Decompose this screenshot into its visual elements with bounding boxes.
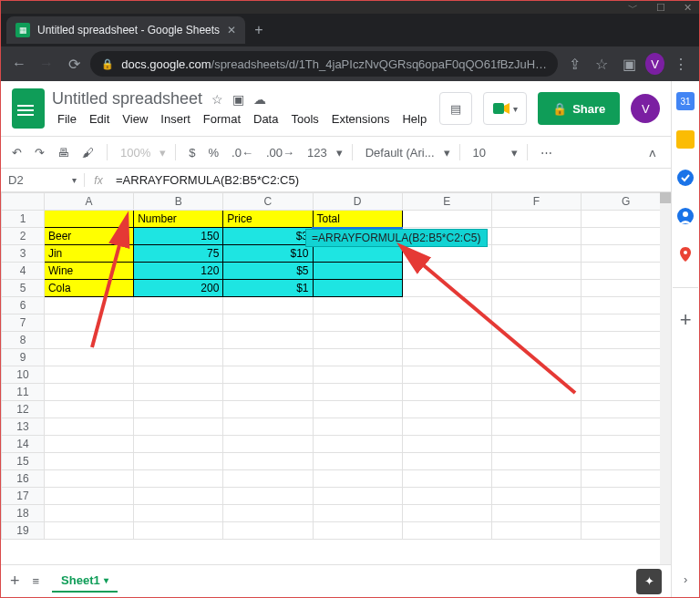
new-tab-button[interactable]: +	[254, 22, 262, 38]
share-button[interactable]: 🔒Share	[538, 92, 620, 125]
menu-format[interactable]: Format	[198, 110, 246, 128]
cell[interactable]	[582, 280, 671, 297]
calendar-icon[interactable]: 31	[676, 92, 695, 110]
cell-B3[interactable]: 75	[134, 245, 223, 263]
cell-C5[interactable]: $1	[223, 280, 313, 297]
row-header[interactable]: 8	[2, 332, 45, 349]
sheet-tab[interactable]: Sheet1▾	[52, 570, 118, 593]
vertical-scrollbar[interactable]	[660, 192, 671, 564]
row-header[interactable]: 12	[2, 401, 45, 418]
explore-button[interactable]: ✦	[636, 569, 662, 594]
col-header-D[interactable]: D	[313, 193, 402, 211]
cell[interactable]	[402, 263, 491, 280]
row-header[interactable]: 18	[2, 505, 45, 522]
cell-A4[interactable]: Wine	[44, 263, 133, 280]
meet-button[interactable]: ▾	[483, 92, 527, 125]
add-addon-button[interactable]: +	[680, 308, 692, 332]
menu-insert[interactable]: Insert	[155, 110, 196, 128]
row-header[interactable]: 9	[2, 349, 45, 366]
doc-title[interactable]: Untitled spreadsheet	[52, 89, 202, 108]
row-header[interactable]: 4	[2, 263, 45, 280]
cell-A5[interactable]: Cola	[44, 280, 133, 297]
menu-data[interactable]: Data	[248, 110, 283, 128]
window-minimize-icon[interactable]: ﹀	[628, 1, 638, 15]
move-folder-icon[interactable]: ▣	[232, 92, 244, 107]
cell[interactable]	[491, 280, 581, 297]
share-url-icon[interactable]: ⇪	[563, 51, 585, 77]
redo-button[interactable]: ↷	[31, 144, 48, 161]
contacts-icon[interactable]	[676, 207, 695, 225]
number-format-button[interactable]: 123	[304, 144, 331, 161]
cell-C4[interactable]: $5	[223, 263, 313, 280]
browser-tab[interactable]: ▦ Untitled spreadsheet - Google Sheets ✕	[6, 16, 245, 44]
zoom-select[interactable]: 100%	[117, 144, 154, 161]
cell[interactable]	[582, 228, 671, 245]
row-header[interactable]: 16	[2, 470, 45, 488]
back-button[interactable]: ←	[8, 51, 30, 77]
menu-extensions[interactable]: Extensions	[326, 110, 396, 128]
col-header-F[interactable]: F	[491, 193, 581, 211]
star-icon[interactable]: ☆	[211, 92, 223, 107]
menu-file[interactable]: File	[52, 110, 82, 128]
select-all-corner[interactable]	[2, 193, 45, 211]
browser-menu-icon[interactable]: ⋮	[670, 51, 692, 77]
cell-B2[interactable]: 150	[134, 228, 223, 245]
row-header[interactable]: 2	[2, 228, 45, 245]
cell-A3[interactable]: Jin	[44, 245, 133, 263]
cell[interactable]	[582, 245, 671, 263]
print-button[interactable]: 🖶	[54, 144, 73, 161]
row-header[interactable]: 5	[2, 280, 45, 297]
row-header[interactable]: 7	[2, 314, 45, 332]
row-header[interactable]: 13	[2, 418, 45, 436]
menu-view[interactable]: View	[117, 110, 153, 128]
window-maximize-icon[interactable]: ☐	[656, 2, 665, 14]
browser-profile-avatar[interactable]: V	[645, 53, 664, 75]
address-bar[interactable]: 🔒 docs.google.com/spreadsheets/d/1Th_4ja…	[90, 51, 558, 77]
cell-B5[interactable]: 200	[134, 280, 223, 297]
menu-help[interactable]: Help	[396, 110, 432, 128]
bookmark-star-icon[interactable]: ☆	[591, 51, 612, 77]
spreadsheet-grid[interactable]: A B C D E F G 1 Number Price Total	[1, 192, 671, 564]
undo-button[interactable]: ↶	[8, 144, 26, 161]
cell[interactable]	[402, 245, 491, 263]
cell[interactable]	[582, 211, 671, 228]
cell-C3[interactable]: $10	[223, 245, 313, 263]
col-header-A[interactable]: A	[44, 193, 133, 211]
tab-close-icon[interactable]: ✕	[227, 24, 236, 36]
decrease-decimal-button[interactable]: .0←	[228, 144, 257, 161]
cell[interactable]	[491, 211, 581, 228]
cell-D4[interactable]	[313, 263, 402, 280]
cell-C2[interactable]: $3	[223, 228, 313, 245]
sheets-logo-icon[interactable]	[12, 88, 45, 129]
name-box[interactable]: D2▾	[1, 173, 85, 187]
cell[interactable]	[491, 228, 581, 245]
menu-edit[interactable]: Edit	[84, 110, 115, 128]
paint-format-button[interactable]: 🖌	[78, 144, 98, 161]
collapse-panel-icon[interactable]: ›	[684, 572, 687, 586]
row-header[interactable]: 17	[2, 488, 45, 505]
col-header-G[interactable]: G	[582, 193, 671, 211]
cell-B4[interactable]: 120	[134, 263, 223, 280]
extensions-icon[interactable]: ▣	[618, 51, 640, 77]
col-header-C[interactable]: C	[223, 193, 313, 211]
row-header[interactable]: 3	[2, 245, 45, 263]
row-header[interactable]: 19	[2, 522, 45, 540]
more-tools-button[interactable]: ⋯	[537, 144, 556, 161]
menu-tools[interactable]: Tools	[285, 110, 324, 128]
comments-button[interactable]: ▤	[439, 92, 472, 125]
formula-input[interactable]: =ARRAYFORMULA(B2:B5*C2:C5)	[112, 173, 671, 187]
maps-icon[interactable]	[676, 245, 695, 263]
row-header[interactable]: 15	[2, 453, 45, 470]
tasks-icon[interactable]	[676, 169, 695, 187]
row-header[interactable]: 6	[2, 297, 45, 314]
reload-button[interactable]: ⟳	[63, 51, 85, 77]
row-header[interactable]: 1	[2, 211, 45, 228]
percent-button[interactable]: %	[204, 144, 222, 161]
cell[interactable]	[491, 245, 581, 263]
cell[interactable]	[402, 280, 491, 297]
cell-D5[interactable]	[313, 280, 402, 297]
font-select[interactable]: Default (Ari...	[362, 144, 438, 161]
account-avatar[interactable]: V	[631, 94, 660, 123]
cell-A1[interactable]	[44, 211, 133, 228]
cell[interactable]	[582, 263, 671, 280]
